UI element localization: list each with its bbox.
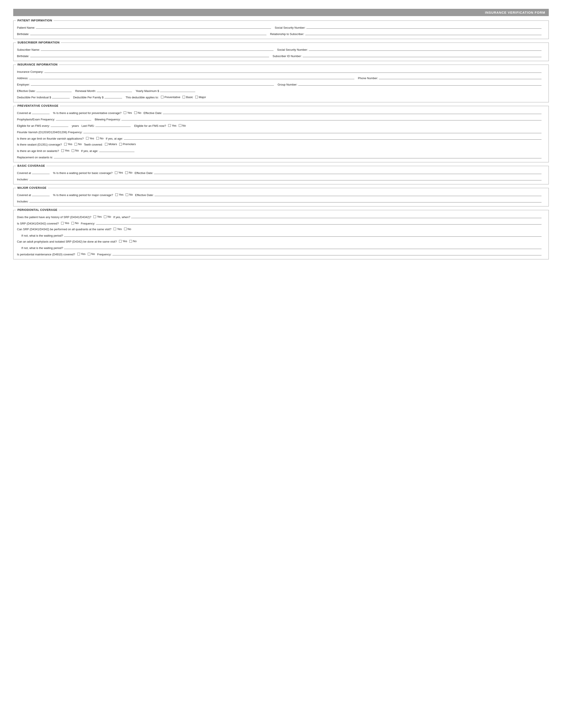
prev-sealant-no-item[interactable]: No <box>75 142 82 146</box>
perio-covered-no-checkbox[interactable] <box>71 222 74 225</box>
prev-fms-years-field[interactable] <box>51 123 68 127</box>
prev-premolars-item[interactable]: Premolars <box>119 142 136 146</box>
basic-no-item[interactable]: No <box>125 171 133 174</box>
major-yes-checkbox[interactable] <box>115 193 118 196</box>
basic-yes-item[interactable]: Yes <box>115 171 123 174</box>
perio-adult-prophy-yes-item[interactable]: Yes <box>119 240 127 243</box>
basic-checkbox-item[interactable]: Basic <box>183 95 193 99</box>
major-checkbox-item[interactable]: Major <box>195 95 206 99</box>
basic-includes-field[interactable] <box>29 177 541 180</box>
prev-molars-checkbox[interactable] <box>105 143 108 146</box>
prev-percent-label: % Is there a waiting period for preventa… <box>53 111 122 115</box>
patient-birthdate-field[interactable] <box>30 32 267 35</box>
perio-maintenance-no-item[interactable]: No <box>88 252 95 256</box>
major-includes-field[interactable] <box>29 199 541 202</box>
prev-flouride-yes-checkbox[interactable] <box>86 137 89 140</box>
perio-maintenance-yes-checkbox[interactable] <box>77 253 80 255</box>
prev-row-2: Prophylaxis/Exam Frequency: Bitewing Fre… <box>17 117 545 121</box>
prev-covered-field[interactable] <box>32 110 50 114</box>
perio-history-yes-item[interactable]: Yes <box>94 215 102 218</box>
perio-adult-prophy-yes-checkbox[interactable] <box>119 240 122 243</box>
prev-fms-yes-item[interactable]: Yes <box>168 124 176 127</box>
insurance-phone-field[interactable] <box>379 76 541 79</box>
insurance-company-field[interactable] <box>44 69 541 73</box>
perio-adult-prophy-no-item[interactable]: No <box>129 240 137 243</box>
insurance-group-field[interactable] <box>298 82 541 86</box>
prev-sealant-age-field[interactable] <box>99 148 135 152</box>
prev-sealant-yes-checkbox[interactable] <box>64 143 67 146</box>
prev-replacement-field[interactable] <box>54 155 541 158</box>
perio-history-no-checkbox[interactable] <box>104 215 107 218</box>
perio-covered-yes-checkbox[interactable] <box>61 222 64 225</box>
major-covered-field[interactable] <box>32 193 50 196</box>
subscriber-ssn-field[interactable] <box>309 47 541 51</box>
prev-bitewing-field[interactable] <box>122 117 541 120</box>
patient-name-field[interactable] <box>36 25 271 29</box>
patient-ssn-field[interactable] <box>306 25 541 29</box>
perio-covered-freq-field[interactable] <box>96 221 541 225</box>
perio-quadrants-no-item[interactable]: No <box>124 227 131 231</box>
basic-covered-field[interactable] <box>32 170 50 174</box>
prev-molars-item[interactable]: Molars <box>105 142 117 146</box>
subscriber-birthdate-field[interactable] <box>30 54 269 57</box>
insurance-employer-field[interactable] <box>31 82 274 86</box>
prev-flouride-field[interactable] <box>83 130 541 133</box>
perio-history-no-item[interactable]: No <box>104 215 111 218</box>
insurance-effective-field[interactable] <box>36 88 72 92</box>
prev-no-checkbox[interactable] <box>134 111 137 114</box>
prev-premolars-checkbox[interactable] <box>119 143 122 146</box>
perio-maintenance-yes-item[interactable]: Yes <box>77 252 86 256</box>
prev-fms-no-item[interactable]: No <box>179 124 186 127</box>
perio-quadrants-yes-checkbox[interactable] <box>114 228 116 230</box>
subscriber-name-field[interactable] <box>41 47 274 51</box>
basic-yes-checkbox[interactable] <box>115 171 118 174</box>
prev-sealant-yes-item[interactable]: Yes <box>64 142 72 146</box>
major-checkbox[interactable] <box>195 96 198 98</box>
major-no-checkbox[interactable] <box>126 193 128 196</box>
perio-covered-yes-item[interactable]: Yes <box>61 221 69 225</box>
prev-yes-item[interactable]: Yes <box>124 111 132 114</box>
perio-maintenance-no-checkbox[interactable] <box>88 253 90 255</box>
subscriber-id-field[interactable] <box>302 54 541 57</box>
prev-sealant-age-no-item[interactable]: No <box>72 149 79 152</box>
prev-flouride-no-checkbox[interactable] <box>96 137 99 140</box>
prev-flouride-yes-item[interactable]: Yes <box>86 137 94 140</box>
perio-covered-no-item[interactable]: No <box>71 221 79 225</box>
prev-sealant-age-yes-item[interactable]: Yes <box>61 149 69 152</box>
perio-history-when-field[interactable] <box>131 215 541 218</box>
preventative-checkbox[interactable] <box>161 96 164 98</box>
prev-prophy-field[interactable] <box>56 117 91 120</box>
prev-flouride-no-item[interactable]: No <box>96 137 104 140</box>
perio-adult-prophy-waiting-field[interactable] <box>64 245 541 249</box>
perio-quadrants-no-checkbox[interactable] <box>124 228 127 230</box>
prev-yes-checkbox[interactable] <box>124 111 126 114</box>
perio-adult-prophy-no-checkbox[interactable] <box>129 240 132 243</box>
prev-no-item[interactable]: No <box>134 111 142 114</box>
perio-quadrants-waiting-field[interactable] <box>64 233 541 237</box>
prev-sealant-age-no-checkbox[interactable] <box>72 149 74 152</box>
patient-relationship-field[interactable] <box>305 32 542 35</box>
basic-effective-field[interactable] <box>154 170 541 174</box>
major-effective-field[interactable] <box>155 193 541 196</box>
deductible-family-field[interactable] <box>105 95 122 98</box>
major-yes-item[interactable]: Yes <box>115 193 123 196</box>
prev-last-fms-field[interactable] <box>95 123 131 127</box>
insurance-address-field[interactable] <box>29 76 354 79</box>
basic-checkbox[interactable] <box>183 96 185 98</box>
perio-quadrants-yes-item[interactable]: Yes <box>114 227 122 231</box>
prev-sealant-no-checkbox[interactable] <box>75 143 77 146</box>
prev-effective-field[interactable] <box>163 110 541 114</box>
deductible-individual-field[interactable] <box>52 95 70 98</box>
preventative-checkbox-item[interactable]: Preventative <box>161 95 180 99</box>
prev-fms-yes-checkbox[interactable] <box>168 124 171 127</box>
prev-sealant-age-yes-checkbox[interactable] <box>61 149 64 152</box>
major-no-item[interactable]: No <box>126 193 133 196</box>
prev-flouride-age-field[interactable] <box>124 136 541 140</box>
insurance-yearly-max-field[interactable] <box>160 88 195 92</box>
basic-no-checkbox[interactable] <box>125 171 128 174</box>
subscriber-row-1: Subscriber Name: Social Security Number: <box>17 47 545 51</box>
perio-history-yes-checkbox[interactable] <box>94 215 96 218</box>
prev-fms-no-checkbox[interactable] <box>179 124 181 127</box>
perio-maintenance-freq-field[interactable] <box>112 252 541 255</box>
insurance-renewal-field[interactable] <box>97 88 132 92</box>
